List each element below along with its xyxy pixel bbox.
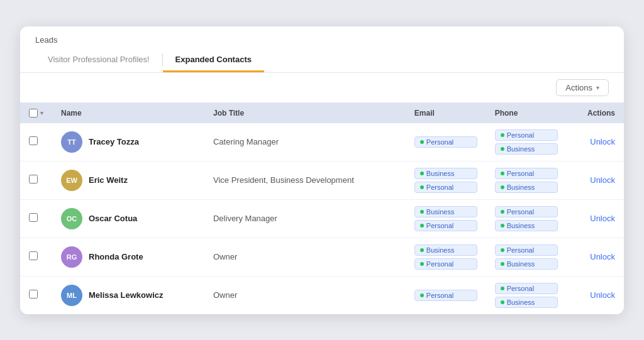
col-actions: Actions [567, 103, 625, 123]
phone-badge[interactable]: Business [495, 258, 558, 270]
row-job-title-cell: Catering Manager [204, 123, 406, 162]
actions-button[interactable]: Actions ▾ [556, 79, 609, 96]
row-email-cell: BusinessPersonal [406, 161, 486, 199]
row-checkbox[interactable] [29, 213, 38, 222]
phone-badge[interactable]: Personal [495, 168, 558, 179]
name-container: EWEric Weitz [61, 170, 196, 191]
badge-dot [420, 172, 424, 175]
row-job-title-cell: Owner [204, 276, 406, 314]
badge-dot [501, 147, 504, 151]
badge-dot [420, 185, 424, 189]
badge-dot [501, 287, 504, 290]
email-badge[interactable]: Personal [414, 258, 477, 270]
col-name: Name [52, 103, 204, 123]
row-name-cell: MLMelissa Lewkowicz [52, 276, 204, 314]
row-checkbox[interactable] [29, 175, 38, 184]
email-badge[interactable]: Business [414, 206, 477, 217]
badge-dot [501, 172, 504, 175]
table-header-row: ▾ Name Job Title Email Phone Actions [20, 103, 624, 123]
unlock-button[interactable]: Unlock [575, 290, 616, 300]
phone-badge[interactable]: Business [495, 182, 558, 193]
name-container: RGRhonda Grote [61, 246, 196, 268]
name-container: OCOscar Cotua [61, 208, 196, 229]
row-checkbox[interactable] [29, 251, 38, 260]
row-phone-cell: PersonalBusiness [486, 161, 567, 199]
contact-name: Melissa Lewkowicz [89, 290, 164, 300]
toolbar: Actions ▾ [20, 73, 624, 103]
row-name-cell: RGRhonda Grote [52, 238, 204, 276]
avatar: ML [61, 285, 82, 306]
row-name-cell: EWEric Weitz [52, 161, 204, 199]
badge-dot [420, 262, 424, 266]
unlock-button[interactable]: Unlock [575, 214, 616, 223]
badge-dot [420, 293, 424, 297]
phone-badge[interactable]: Business [495, 297, 558, 308]
tab-expanded-contacts[interactable]: Expanded Contacts [163, 50, 264, 72]
name-container: TTTracey Tozza [61, 131, 196, 153]
email-badge[interactable]: Personal [414, 182, 477, 193]
contact-name: Rhonda Grote [89, 252, 143, 261]
row-checkbox-cell [20, 123, 52, 162]
phone-badge[interactable]: Business [495, 143, 558, 155]
row-checkbox-cell [20, 238, 52, 276]
row-checkbox[interactable] [29, 136, 38, 145]
unlock-button[interactable]: Unlock [575, 175, 616, 185]
badge-dot [420, 210, 424, 214]
row-action-cell: Unlock [567, 199, 625, 238]
select-all-checkbox[interactable] [29, 109, 38, 118]
row-action-cell: Unlock [567, 123, 625, 162]
row-phone-cell: PersonalBusiness [486, 199, 567, 238]
main-card: Leads Visitor Professional Profiles! Exp… [20, 26, 624, 314]
unlock-button[interactable]: Unlock [575, 137, 616, 146]
avatar: EW [61, 170, 82, 191]
row-action-cell: Unlock [567, 238, 625, 276]
table-row: EWEric WeitzVice President, Business Dev… [20, 161, 624, 199]
badge-dot [501, 210, 504, 214]
row-name-cell: TTTracey Tozza [52, 123, 204, 162]
col-phone: Phone [486, 103, 567, 123]
tab-visitor-profiles[interactable]: Visitor Professional Profiles! [35, 50, 162, 72]
row-action-cell: Unlock [567, 276, 625, 314]
row-email-cell: Personal [406, 123, 486, 162]
phone-badge[interactable]: Business [495, 220, 558, 231]
row-job-title-cell: Vice President, Business Development [204, 161, 406, 199]
row-checkbox-cell [20, 276, 52, 314]
checkbox-header-cell: ▾ [20, 103, 52, 123]
badge-dot [501, 185, 504, 189]
col-email: Email [406, 103, 486, 123]
badge-dot [420, 224, 424, 228]
tabs-container: Visitor Professional Profiles! Expanded … [35, 50, 609, 72]
name-container: MLMelissa Lewkowicz [61, 285, 196, 306]
badge-dot [501, 224, 504, 228]
row-checkbox-cell [20, 161, 52, 199]
table-row: MLMelissa LewkowiczOwnerPersonalPersonal… [20, 276, 624, 314]
email-badge[interactable]: Personal [414, 136, 477, 148]
email-badge[interactable]: Business [414, 244, 477, 256]
avatar: RG [61, 246, 82, 268]
email-badge[interactable]: Personal [414, 220, 477, 231]
badge-dot [501, 133, 504, 137]
phone-badge[interactable]: Personal [495, 283, 558, 294]
card-header: Leads Visitor Professional Profiles! Exp… [20, 26, 624, 73]
row-job-title-cell: Delivery Manager [204, 199, 406, 238]
phone-badge[interactable]: Personal [495, 129, 558, 141]
unlock-button[interactable]: Unlock [575, 252, 616, 261]
email-badge[interactable]: Personal [414, 290, 477, 301]
badge-dot [501, 300, 504, 304]
row-email-cell: Personal [406, 276, 486, 314]
contact-name: Eric Weitz [89, 175, 128, 185]
row-checkbox[interactable] [29, 290, 38, 299]
row-email-cell: BusinessPersonal [406, 199, 486, 238]
row-checkbox-cell [20, 199, 52, 238]
avatar: OC [61, 208, 82, 229]
badge-dot [420, 248, 424, 252]
table-row: OCOscar CotuaDelivery ManagerBusinessPer… [20, 199, 624, 238]
badge-dot [420, 140, 424, 144]
row-phone-cell: PersonalBusiness [486, 123, 567, 162]
chevron-down-icon: ▾ [596, 84, 599, 91]
email-badge[interactable]: Business [414, 168, 477, 179]
phone-badge[interactable]: Personal [495, 206, 558, 217]
contacts-table: ▾ Name Job Title Email Phone Actions TTT… [20, 103, 624, 314]
phone-badge[interactable]: Personal [495, 244, 558, 256]
row-action-cell: Unlock [567, 161, 625, 199]
